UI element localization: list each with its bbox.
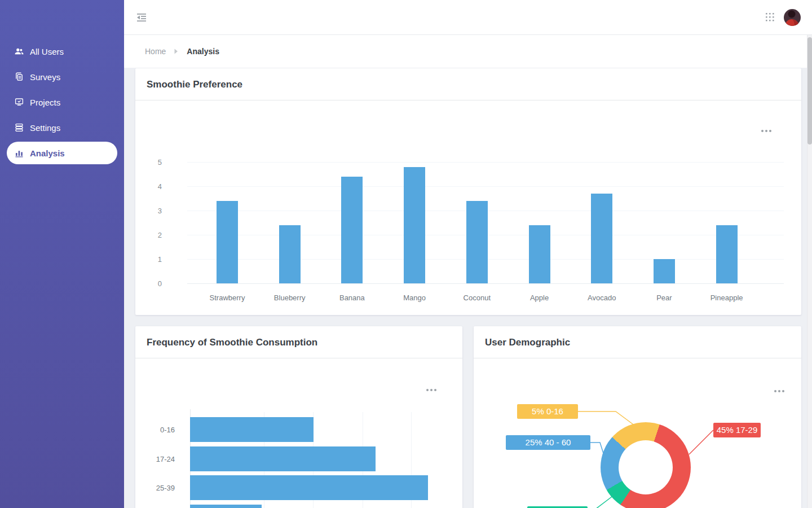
user-avatar[interactable] [784,9,801,26]
bar-17-24 [190,446,376,471]
chevron-right-icon [174,49,178,54]
y-tick-label: 4 [145,182,162,191]
bar-pear [654,259,675,283]
gridline-y4 [187,186,784,187]
sidebar: All UsersSurveysProjectsSettingsAnalysis [0,0,124,508]
y-tick-label: 1 [145,255,162,264]
demographic-card: User Demographic 5% 0-1645% 17-2925% 40 … [474,326,801,508]
bar-coconut [466,201,488,283]
y-tick-label: 0 [145,279,162,288]
chart-menu-icon[interactable] [424,387,439,393]
sidebar-item-label: Projects [30,98,60,107]
bar-avocado [591,194,612,283]
card-title: Smoothie Preference [135,68,801,100]
x-category-label: Avocado [571,294,633,302]
sidebar-item-label: All Users [30,47,64,56]
y-category-label: 0-16 [141,426,175,434]
apps-grid-icon[interactable] [765,12,775,22]
smoothie-preference-card: Smoothie Preference 543210StrawberryBlue… [135,68,801,315]
y-tick-label: 3 [145,207,162,215]
donut-label-45-17-29: 45% 17-29 [713,423,761,437]
main-content: Smoothie Preference 543210StrawberryBlue… [124,68,812,508]
bar-pineapple [716,225,738,283]
breadcrumb: Home Analysis [124,35,812,68]
projects-icon [14,97,24,107]
surveys-icon [14,72,24,82]
analysis-icon [14,148,24,158]
x-category-label: Banana [321,294,383,302]
sidebar-nav: All UsersSurveysProjectsSettingsAnalysis [0,0,124,164]
sidebar-item-label: Analysis [30,148,65,158]
bar-25-39 [190,475,428,500]
x-category-label: Pineapple [696,294,758,302]
bar-blueberry [279,225,301,283]
donut-label-5-0-16: 5% 0-16 [517,404,578,419]
sidebar-item-label: Surveys [30,72,60,82]
donut-label-25-40-60: 25% 40 - 60 [506,435,590,450]
gridline-y0 [187,283,784,284]
chart-menu-icon[interactable] [759,128,774,134]
card-title: User Demographic [474,326,801,358]
x-category-label: Strawberry [196,294,258,302]
preference-chart: 543210StrawberryBlueberryBananaMangoCoco… [135,100,801,314]
x-category-label: Apple [509,294,571,302]
bar-apple [529,225,550,283]
bar-partial [190,505,262,508]
frequency-card: Frequency of Smoothie Consumption 0-1617… [135,326,462,508]
x-category-label: Blueberry [259,294,321,302]
sidebar-item-label: Settings [30,123,60,133]
donut-hole [619,440,673,494]
card-title: Frequency of Smoothie Consumption [135,326,462,358]
settings-icon [14,122,24,133]
breadcrumb-current: Analysis [187,47,219,56]
breadcrumb-home-link[interactable]: Home [145,47,166,56]
sidebar-item-settings[interactable]: Settings [7,116,117,139]
y-tick-label: 2 [145,231,162,239]
x-category-label: Mango [383,294,445,302]
y-tick-label: 5 [145,158,162,167]
sidebar-item-analysis[interactable]: Analysis [7,142,117,164]
gridline-y5 [187,162,784,163]
y-category-label: 25-39 [141,484,175,492]
bar-banana [341,177,363,283]
sidebar-item-projects[interactable]: Projects [7,91,117,113]
y-category-label: 17-24 [141,455,175,463]
demographic-chart: 5% 0-1645% 17-2925% 40 - 60 [474,358,801,508]
sidebar-item-all-users[interactable]: All Users [7,40,117,63]
top-bar [124,0,812,35]
bar-mango [404,167,425,283]
sidebar-item-surveys[interactable]: Surveys [7,65,117,88]
x-category-label: Pear [633,294,695,302]
scrollbar-track[interactable] [807,35,812,508]
x-category-label: Coconut [446,294,508,302]
users-icon [14,46,24,56]
sidebar-toggle-icon[interactable] [135,12,148,23]
chart-menu-icon[interactable] [772,388,787,395]
frequency-chart: 0-1617-2425-39 [135,358,462,508]
bar-0-16 [190,417,314,442]
bar-strawberry [217,201,238,283]
scrollbar-thumb[interactable] [807,37,812,144]
